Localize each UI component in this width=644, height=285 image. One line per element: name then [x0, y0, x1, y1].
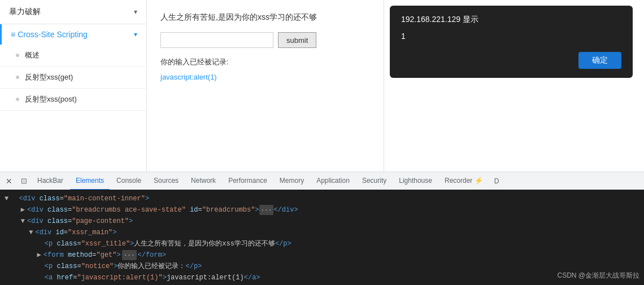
tab-security[interactable]: Security	[356, 172, 392, 190]
dot-icon	[16, 76, 19, 79]
code-line-7: ▶ <p class="notice" > 你的输入已经被记录： </p>	[0, 261, 644, 272]
sub-item-label: 反射型xss(get)	[25, 72, 73, 82]
alert-footer: 确定	[401, 52, 621, 69]
sub-item-label: 概述	[25, 50, 40, 60]
sub-item-label: 反射型xss(post)	[25, 94, 77, 104]
sidebar-item-bruteforce[interactable]: 暴力破解 ▾	[0, 0, 146, 24]
main-content: 人生之所有苦短,是因为你的xss学习的还不够 submit 你的输入已经被记录:…	[147, 0, 384, 172]
alert-header: 192.168.221.129 显示	[401, 15, 621, 25]
tab-sources[interactable]: Sources	[148, 172, 184, 190]
code-line-4: ▼ <div id="xssr_main" >	[0, 227, 644, 238]
code-line-6: ▶ <form method="get" > ··· </form>	[0, 249, 644, 261]
triangle-icon[interactable]: ▼	[5, 194, 8, 204]
alert-ok-button[interactable]: 确定	[578, 52, 621, 69]
code-line-3: ▼ <div class="page-content" >	[0, 216, 644, 227]
triangle-icon[interactable]: ▼	[21, 216, 25, 226]
triangle-icon[interactable]: ▶	[37, 250, 41, 260]
device-icon[interactable]: ⊡	[17, 174, 31, 188]
sidebar-item-xss[interactable]: ≡Cross-Site Scripting ▾	[0, 24, 146, 45]
tab-more[interactable]: D	[490, 172, 504, 190]
bruteforce-label: 暴力破解	[9, 7, 41, 17]
xss-input[interactable]	[160, 32, 273, 48]
devtools-bar: ✕ ⊡ HackBar Elements Console Sources Net…	[0, 172, 644, 190]
code-line-8: ▶ <a href="javascript:alert(1)" > javasc…	[0, 272, 644, 283]
tab-lighthouse[interactable]: Lighthouse	[393, 172, 438, 190]
tab-network[interactable]: Network	[185, 172, 221, 190]
alert-popup: 192.168.221.129 显示 1 确定	[390, 6, 633, 78]
tab-application[interactable]: Application	[311, 172, 355, 190]
watermark: CSDN @金渐层大战哥斯拉	[557, 271, 639, 280]
tab-performance[interactable]: Performance	[223, 172, 273, 190]
devtools-code-panel: ▼ <div class="main-content-inner" > ▶ <d…	[0, 190, 644, 285]
sidebar-sub-item-overview[interactable]: 概述	[0, 45, 146, 67]
tab-recorder[interactable]: Recorder ⚡	[439, 172, 489, 190]
triangle-icon[interactable]: ▶	[21, 205, 25, 215]
code-line-1: ▼ <div class="main-content-inner" >	[0, 193, 644, 204]
alert-value: 1	[401, 32, 621, 41]
tab-memory[interactable]: Memory	[274, 172, 310, 190]
sidebar-sub-item-xss-get[interactable]: 反射型xss(get)	[0, 67, 146, 89]
chevron-down-icon: ▾	[134, 8, 137, 16]
cursor-icon[interactable]: ✕	[2, 174, 16, 188]
tab-console[interactable]: Console	[111, 172, 147, 190]
submit-button[interactable]: submit	[278, 32, 316, 48]
xss-link[interactable]: javascript:alert(1)	[160, 73, 217, 81]
chevron-down-icon-xss: ▾	[134, 30, 137, 38]
sidebar: 暴力破解 ▾ ≡Cross-Site Scripting ▾ 概述 反射型xss…	[0, 0, 147, 172]
page-title: 人生之所有苦短,是因为你的xss学习的还不够	[160, 11, 370, 23]
form-row: submit	[160, 32, 370, 48]
tab-elements[interactable]: Elements	[70, 172, 110, 190]
triangle-icon[interactable]: ▼	[29, 227, 33, 238]
dot-icon	[16, 98, 19, 101]
tab-hackbar[interactable]: HackBar	[32, 172, 69, 190]
code-line-2: ▶ <div class="breadcrumbs ace-save-state…	[0, 204, 644, 216]
xss-label: ≡Cross-Site Scripting	[11, 30, 88, 39]
notice-text: 你的输入已经被记录:	[160, 57, 370, 67]
code-line-5: ▶ <p class="xssr_title" > 人生之所有苦短，是因为你的x…	[0, 238, 644, 249]
dot-icon	[16, 54, 19, 57]
sidebar-sub-item-xss-post[interactable]: 反射型xss(post)	[0, 89, 146, 111]
